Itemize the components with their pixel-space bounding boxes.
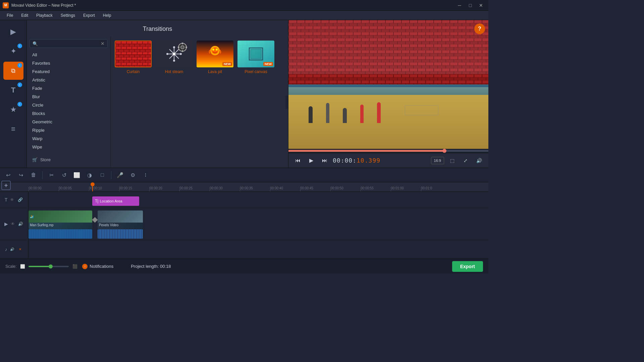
category-wipe[interactable]: Wipe [30, 143, 108, 151]
menu-edit[interactable]: Edit [17, 12, 32, 19]
menu-help[interactable]: Help [99, 12, 115, 19]
svg-point-14 [166, 53, 168, 55]
timeline-playhead[interactable] [92, 182, 93, 191]
undo-button[interactable]: ↩ [3, 170, 13, 180]
clip-thumb-pexels [98, 210, 143, 223]
audio-button[interactable]: 🎤 [115, 170, 125, 180]
video-clip-2[interactable]: Pexels Video [98, 210, 143, 229]
scale-slider[interactable] [29, 266, 69, 267]
sidebar-item-timeline[interactable]: ≡ [3, 120, 23, 138]
category-ripple[interactable]: Ripple [30, 126, 108, 134]
search-input[interactable] [39, 41, 101, 46]
svg-point-27 [216, 49, 218, 51]
main-toolbar: ↩ ↪ 🗑 ✂ ↺ ⬜ ◑ □ 🎤 ⚙ ⫶ [0, 168, 488, 182]
adjust-button[interactable]: ⫶ [140, 170, 151, 180]
sidebar-item-transitions[interactable]: ⧉ ! [3, 62, 23, 80]
rotate-button[interactable]: ↺ [59, 170, 69, 180]
project-length-label: Project length: [131, 264, 159, 269]
progress-bar-track[interactable] [288, 150, 488, 152]
video-track-content[interactable]: 🏄 Man Surfing.mp Pexels Video [29, 208, 488, 240]
text-track-content[interactable]: T| Location Area [29, 192, 488, 207]
music-track-mute[interactable]: ✕ [17, 246, 23, 253]
play-button[interactable]: ▶ [306, 155, 317, 166]
volume-button[interactable]: 🔊 [474, 155, 484, 166]
sidebar-item-effects[interactable]: ✦ ! [3, 42, 23, 60]
search-clear-icon[interactable]: ✕ [101, 41, 105, 46]
category-zoom[interactable]: Zoom [30, 151, 108, 153]
category-circle[interactable]: Circle [30, 101, 108, 109]
music-track-volume[interactable]: 🔊 [9, 246, 15, 253]
window-title: Movavi Video Editor – New Project * [11, 3, 455, 8]
search-icon: 🔍 [33, 41, 38, 46]
add-track-button[interactable]: + [1, 181, 11, 190]
person-5 [377, 102, 381, 123]
cut-button[interactable]: ✂ [46, 170, 57, 180]
video-track-eye[interactable]: 👁 [9, 221, 16, 227]
text-clip[interactable]: T| Location Area [92, 196, 139, 206]
category-blocks[interactable]: Blocks [30, 109, 108, 118]
svg-rect-42 [251, 49, 261, 59]
maximize-button[interactable]: □ [466, 2, 475, 9]
transition-pixelcanvas[interactable]: NEW Pixel canvas [237, 41, 274, 74]
delete-button[interactable]: 🗑 [28, 170, 39, 180]
redo-button[interactable]: ↪ [15, 170, 26, 180]
scale-decrease-button[interactable]: ⬜ [19, 263, 26, 270]
text-track-eye[interactable]: 👁 [9, 196, 15, 203]
collapse-panel-button[interactable]: ‹ [285, 96, 288, 109]
sidebar-item-titles[interactable]: T ! [3, 81, 23, 99]
progress-handle[interactable] [442, 149, 446, 153]
sidebar-item-favorites[interactable]: ★ ! [3, 101, 23, 119]
svg-rect-20 [182, 50, 183, 52]
scale-increase-button[interactable]: ⬛ [71, 263, 78, 270]
menu-file[interactable]: File [3, 12, 17, 19]
menu-export[interactable]: Export [79, 12, 99, 19]
video-track-icon: ▶ [4, 221, 8, 227]
crop-button[interactable]: ⬜ [71, 170, 82, 180]
scale-handle[interactable] [49, 264, 53, 268]
text-track-lock[interactable]: 🔗 [17, 196, 23, 203]
menu-playback[interactable]: Playback [32, 12, 57, 19]
category-warp[interactable]: Warp [30, 134, 108, 143]
skip-back-button[interactable]: ⏮ [292, 155, 303, 166]
ratio-button[interactable]: 16:9 [431, 157, 444, 164]
category-geometric[interactable]: Geometric [30, 118, 108, 126]
export-button[interactable]: Export [452, 261, 483, 272]
audio-wave-1 [29, 229, 92, 239]
highlight-button[interactable]: □ [97, 170, 108, 180]
category-featured[interactable]: Featured [30, 67, 108, 76]
playback-controls: ⏮ ▶ ⏭ 00:00:10.399 16:9 ⬚ ⤢ 🔊 [288, 153, 488, 168]
video-clip-1[interactable]: 🏄 Man Surfing.mp [29, 210, 92, 229]
fullscreen-crop-button[interactable]: ⬚ [447, 155, 458, 166]
transition-curtain[interactable]: Curtain [115, 41, 152, 74]
scale-control: Scale: ⬜ ⬛ [5, 263, 78, 270]
skip-forward-button[interactable]: ⏭ [319, 155, 330, 166]
color-button[interactable]: ◑ [84, 170, 95, 180]
store-button[interactable]: 🛒 Store [30, 155, 108, 165]
menu-settings[interactable]: Settings [57, 12, 79, 19]
minimize-button[interactable]: ─ [455, 2, 464, 9]
main-layout: ▶ ✦ ! ⧉ ! T ! ★ ! ≡ Transitions 🔍 [0, 20, 488, 168]
category-all[interactable]: All [30, 51, 108, 59]
video-track-audio[interactable]: 🔊 [17, 221, 24, 227]
transition-marker[interactable] [92, 210, 98, 229]
ruler-13: 00:01:0 [421, 186, 451, 190]
notifications-button[interactable]: ! Notifications [78, 264, 117, 269]
category-blur[interactable]: Blur [30, 93, 108, 101]
category-favorites[interactable]: Favorites [30, 59, 108, 67]
category-panel: 🔍 ✕ All Favorites Featured Artistic Fade… [27, 37, 111, 168]
transition-lavapit[interactable]: NEW Lava pit [197, 41, 233, 74]
favorites-badge: ! [17, 102, 22, 107]
time-ms: 10.399 [357, 157, 380, 164]
fullscreen-button[interactable]: ⤢ [460, 155, 471, 166]
settings-button[interactable]: ⚙ [127, 170, 138, 180]
timeline-icon: ≡ [11, 125, 15, 133]
close-button[interactable]: ✕ [476, 2, 486, 9]
ruler-marks: 00:00:00 00:00:05 00:00:10 00:00:15 00:0… [29, 186, 451, 190]
sidebar-item-media[interactable]: ▶ [3, 23, 23, 41]
search-bar[interactable]: 🔍 ✕ [30, 39, 108, 48]
help-button[interactable]: ? [474, 23, 485, 34]
transition-hotsteam[interactable]: Hot steam [156, 41, 193, 74]
category-fade[interactable]: Fade [30, 84, 108, 93]
music-track-content[interactable] [29, 240, 488, 258]
category-artistic[interactable]: Artistic [30, 76, 108, 84]
